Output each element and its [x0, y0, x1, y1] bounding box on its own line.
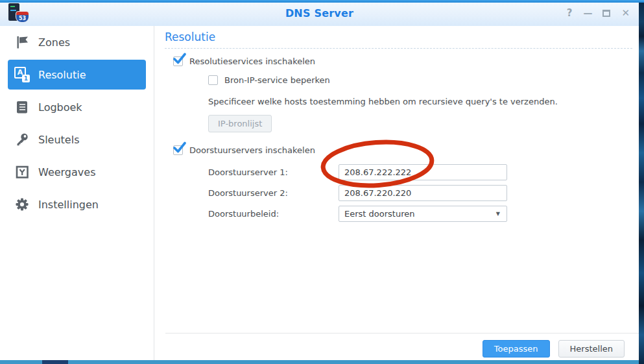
sidebar-item-instellingen[interactable]: Instellingen: [8, 189, 146, 219]
sidebar-item-label: Zones: [38, 36, 70, 49]
forwarder1-input[interactable]: [339, 164, 507, 180]
apply-button[interactable]: Toepassen: [483, 340, 550, 358]
sidebar-item-resolutie[interactable]: A 1 Resolutie: [8, 60, 146, 90]
sidebar-item-label: Resolutie: [38, 69, 86, 81]
chevron-down-icon: ▼: [496, 211, 500, 217]
ip-source-list-button[interactable]: IP-bronlijst: [208, 115, 272, 132]
forwarders-checkbox[interactable]: [173, 145, 183, 155]
sidebar-item-label: Sleutels: [38, 134, 79, 146]
policy-row: Doorstuurbeleid: Eerst doorsturen ▼: [208, 206, 632, 222]
desktop-background-bottom: [0, 360, 644, 364]
policy-selected-value: Eerst doorsturen: [344, 209, 414, 219]
policy-label: Doorstuurbeleid:: [208, 209, 339, 219]
gear-icon: [14, 197, 30, 212]
resolution-services-label: Resolutieservices inschakelen: [189, 56, 315, 66]
limit-source-ip-checkbox[interactable]: [208, 75, 218, 85]
forwarder1-row: Doorstuurserver 1:: [208, 164, 632, 180]
titlebar[interactable]: 53 DNS Server ? — ✕: [0, 0, 639, 26]
forwarders-row: Doorstuurservers inschakelen: [173, 145, 632, 155]
translate-icon: A 1: [14, 67, 30, 82]
window-top-accent: [0, 0, 644, 3]
page-title: Resolutie: [165, 30, 632, 49]
forwarder2-input[interactable]: [339, 185, 507, 201]
sidebar: Zones A 1 Resolutie Logboek Sleutel: [0, 26, 154, 360]
limit-source-ip-label: Bron-IP-service beperken: [224, 75, 330, 85]
key-icon: [14, 132, 30, 147]
resolution-services-row: Resolutieservices inschakelen: [173, 56, 632, 66]
window-title: DNS Server: [0, 7, 639, 19]
forwarder2-row: Doorstuurserver 2:: [208, 185, 632, 201]
sidebar-item-weergaves[interactable]: Weergaves: [8, 157, 146, 187]
footer-separator: [165, 333, 639, 334]
sidebar-item-label: Logboek: [38, 101, 82, 114]
limit-description: Specificeer welke hosts toestemming hebb…: [208, 97, 632, 106]
sidebar-item-label: Weergaves: [38, 166, 95, 178]
resolution-services-checkbox[interactable]: [173, 56, 183, 66]
limit-source-ip-row: Bron-IP-service beperken: [208, 75, 632, 85]
reset-button[interactable]: Herstellen: [558, 340, 625, 358]
minimize-icon[interactable]: —: [583, 8, 591, 18]
help-icon[interactable]: ?: [567, 8, 573, 18]
window-controls: ? — ✕: [567, 0, 630, 26]
sidebar-item-zones[interactable]: Zones: [8, 27, 146, 57]
resolution-panel: Resolutie Resolutieservices inschakelen …: [154, 26, 639, 360]
sidebar-item-sleutels[interactable]: Sleutels: [8, 125, 146, 154]
forwarders-label: Doorstuurservers inschakelen: [189, 145, 315, 155]
sidebar-item-logboek[interactable]: Logboek: [8, 92, 146, 122]
footer-buttons: Toepassen Herstellen: [483, 340, 625, 358]
close-icon[interactable]: ✕: [621, 8, 630, 18]
dns-server-window: 53 DNS Server ? — ✕ Zones A 1 Res: [0, 0, 639, 360]
log-icon: [14, 99, 30, 115]
views-icon: [14, 164, 30, 180]
sidebar-item-label: Instellingen: [38, 199, 99, 211]
maximize-icon[interactable]: [602, 10, 610, 17]
desktop-background-right: [639, 0, 644, 364]
policy-select[interactable]: Eerst doorsturen ▼: [339, 206, 507, 222]
forwarder2-label: Doorstuurserver 2:: [208, 188, 339, 198]
desktop-background-detail: [42, 360, 68, 364]
forwarder1-label: Doorstuurserver 1:: [208, 167, 339, 177]
flag-icon: [14, 34, 30, 50]
